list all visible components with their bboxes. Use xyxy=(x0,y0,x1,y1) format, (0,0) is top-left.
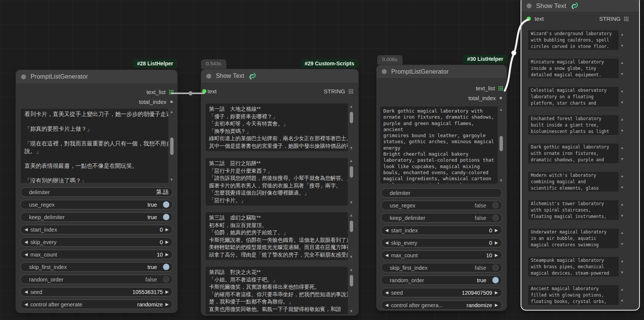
scrollbar[interactable]: ▲ ▼ xyxy=(348,267,355,314)
widget-delimiter[interactable]: delimiter 第.話 xyxy=(20,187,173,197)
scroll-thumb[interactable] xyxy=(350,275,353,286)
scroll-up-icon[interactable]: ▲ xyxy=(621,61,624,65)
scroll-down-icon[interactable]: ▼ xyxy=(621,72,624,76)
widget-keep-delimiter[interactable]: keep_delimiter true xyxy=(20,212,173,222)
increment-icon[interactable]: ▶ xyxy=(495,240,498,245)
node-titlebar[interactable]: Show Text xyxy=(201,69,358,83)
widget-keep-delimiter[interactable]: keep_delimiter false xyxy=(381,213,502,223)
prompt-text-area[interactable]: Dark gothic magical laboratory with orna… xyxy=(380,107,498,184)
scroll-down-icon[interactable]: ▼ xyxy=(621,214,624,218)
result-text[interactable]: Alchemist's tower laboratory with spiral… xyxy=(528,200,619,220)
scrollbar[interactable]: ▲▼ xyxy=(619,257,626,277)
widget-random-order[interactable]: random_order false xyxy=(20,275,173,284)
widget-max-count[interactable]: ◀ max_count 10 ▶ xyxy=(381,250,502,260)
increment-icon[interactable]: ▶ xyxy=(166,289,169,294)
toggle-icon[interactable] xyxy=(492,202,499,209)
scroll-down-icon[interactable]: ▼ xyxy=(349,309,353,314)
increment-icon[interactable]: ▶ xyxy=(495,253,498,258)
scroll-up-icon[interactable]: ▲ xyxy=(621,203,624,206)
string-output-icon[interactable] xyxy=(624,16,629,21)
scroll-up-icon[interactable]: ▲ xyxy=(621,146,624,150)
scroll-thumb[interactable] xyxy=(500,136,503,151)
result-text[interactable]: 第四話 對決之火花** 「小姐。用不著這樣子吧。」 卡斯托爾微笑，其實誰都看得出… xyxy=(206,267,348,314)
widget-skip-every[interactable]: ◀ skip_every 0 ▶ xyxy=(20,237,173,247)
scrollbar[interactable]: ▲▼ xyxy=(619,172,626,192)
scroll-up-icon[interactable]: ▲ xyxy=(349,213,353,218)
result-text[interactable]: Modern witch's laboratory combining magi… xyxy=(528,172,619,192)
scroll-up-icon[interactable]: ▲ xyxy=(621,231,624,235)
scroll-down-icon[interactable]: ▼ xyxy=(621,299,624,303)
toggle-icon[interactable] xyxy=(492,264,499,271)
increment-icon[interactable]: ▶ xyxy=(166,252,169,257)
scrollbar[interactable]: ▲▼ xyxy=(619,229,626,248)
widget-control-after-generate[interactable]: ◀ control after generate randomize ▶ xyxy=(20,300,173,309)
text-input-port-icon[interactable] xyxy=(202,89,206,93)
widget-start-index[interactable]: ◀ start_index 0 ▶ xyxy=(20,225,173,234)
decrement-icon[interactable]: ◀ xyxy=(385,228,388,233)
scroll-down-icon[interactable]: ▼ xyxy=(499,178,503,183)
widget-max-count[interactable]: ◀ max_count 10 ▶ xyxy=(20,250,173,259)
list-output-icon[interactable] xyxy=(498,86,503,91)
scrollbar[interactable]: ▲▼ xyxy=(619,87,626,107)
scrollbar[interactable]: ▲▼ xyxy=(619,30,626,50)
node-titlebar[interactable]: PromptListGenerator xyxy=(16,70,177,84)
collapse-dot-icon[interactable] xyxy=(382,69,387,74)
decrement-icon[interactable]: ◀ xyxy=(385,290,388,295)
result-text[interactable]: Dark gothic magical laboratory with orna… xyxy=(528,144,619,163)
scroll-up-icon[interactable]: ▲ xyxy=(170,110,174,114)
decrement-icon[interactable]: ◀ xyxy=(25,252,28,257)
increment-icon[interactable]: ▶ xyxy=(495,290,498,295)
list-output-icon[interactable] xyxy=(169,90,174,94)
result-text[interactable]: Miniature magical laboratory inside a sn… xyxy=(528,59,619,78)
toggle-icon[interactable] xyxy=(163,276,169,283)
scroll-thumb[interactable] xyxy=(350,221,353,232)
toggle-icon[interactable] xyxy=(492,215,499,221)
result-text[interactable]: Celestial magical observatory laboratory… xyxy=(528,87,619,107)
scrollbar[interactable]: ▲ ▼ xyxy=(498,107,504,184)
scrollbar[interactable]: ▲▼ xyxy=(619,200,626,220)
node-show-text-selected[interactable]: Show Text text STRING Wizard's undergrou… xyxy=(521,0,640,311)
result-text[interactable]: Underwater magical laboratory in an air … xyxy=(528,229,619,248)
widget-random-order[interactable]: random_order true xyxy=(381,275,502,285)
scrollbar[interactable]: ▲▼ xyxy=(619,285,626,305)
scrollbar[interactable]: ▲▼ xyxy=(619,144,626,163)
increment-icon[interactable]: ▶ xyxy=(495,303,498,308)
scrollbar[interactable]: ▲ ▼ xyxy=(168,109,175,183)
text-input-port-icon[interactable] xyxy=(527,17,531,21)
widget-skip-first-index[interactable]: skip_first_index false xyxy=(381,263,502,272)
decrement-icon[interactable]: ◀ xyxy=(385,240,388,245)
decrement-icon[interactable]: ◀ xyxy=(25,302,28,307)
scroll-down-icon[interactable]: ▼ xyxy=(349,146,353,150)
collapse-dot-icon[interactable] xyxy=(206,74,211,79)
node-show-text-29[interactable]: Show Text text STRING 第一話 大地之格線** 「優子，妳要… xyxy=(201,69,358,315)
scroll-up-icon[interactable]: ▲ xyxy=(621,32,624,36)
result-text[interactable]: Wizard's underground laboratory with bub… xyxy=(528,30,619,50)
decrement-icon[interactable]: ◀ xyxy=(25,227,28,232)
scroll-down-icon[interactable]: ▼ xyxy=(621,100,624,104)
scroll-up-icon[interactable]: ▲ xyxy=(621,174,624,178)
widget-skip-every[interactable]: ◀ skip_every 0 ▶ xyxy=(381,238,502,247)
scroll-thumb[interactable] xyxy=(170,138,174,155)
decrement-icon[interactable]: ◀ xyxy=(385,303,388,308)
decrement-icon[interactable]: ◀ xyxy=(25,289,28,294)
collapse-dot-icon[interactable] xyxy=(527,3,532,8)
scroll-up-icon[interactable]: ▲ xyxy=(349,104,353,109)
widget-delimiter[interactable]: delimiter xyxy=(381,188,502,198)
scroll-down-icon[interactable]: ▼ xyxy=(621,44,624,48)
widget-start-index[interactable]: ◀ start_index 0 ▶ xyxy=(381,226,502,235)
widget-seed[interactable]: ◀ seed 1209407509 ▶ xyxy=(381,288,502,297)
scrollbar[interactable]: ▲ ▼ xyxy=(348,158,355,206)
scroll-thumb[interactable] xyxy=(350,166,353,178)
scroll-up-icon[interactable]: ▲ xyxy=(621,117,624,121)
toggle-icon[interactable] xyxy=(163,214,169,220)
scrollbar[interactable]: ▲ ▼ xyxy=(348,212,355,260)
result-text[interactable]: 第一話 大地之格線** 「優子，妳要搭車去哪裡？」 「去初本町呀，今天有特賣會。… xyxy=(206,104,348,151)
toggle-icon[interactable] xyxy=(163,201,169,208)
node-graph-canvas[interactable]: #28 ListHelper #29 Custom-Scripts #30 Li… xyxy=(0,0,644,320)
string-output-icon[interactable] xyxy=(348,89,353,94)
scroll-down-icon[interactable]: ▼ xyxy=(621,129,624,133)
result-text[interactable]: Steampunk magical laboratory with brass … xyxy=(528,257,619,277)
node-promptlistgenerator-28[interactable]: PromptListGenerator text_list total_inde… xyxy=(16,70,177,313)
node-titlebar[interactable]: Show Text xyxy=(521,0,639,12)
increment-icon[interactable]: ▶ xyxy=(495,228,498,233)
